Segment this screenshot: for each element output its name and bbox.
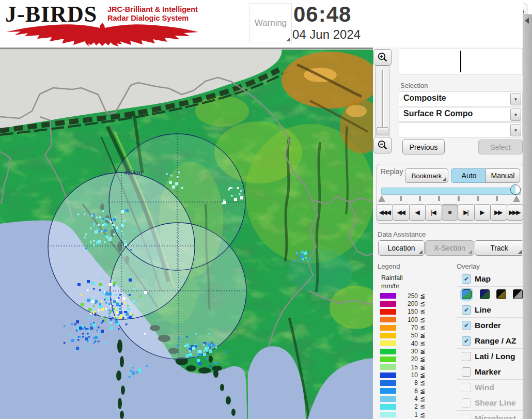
time-slider-track[interactable]	[381, 188, 521, 195]
forward-fast-button[interactable]: ▶▶▶	[507, 204, 523, 221]
lte-symbol: ≦	[420, 292, 425, 300]
overlay-label: Map	[475, 274, 491, 284]
legend-color-swatch	[380, 404, 396, 410]
legend-value: 20	[399, 355, 418, 363]
legend-row: 70≦	[380, 323, 438, 331]
legend-color-swatch	[380, 388, 396, 394]
lte-symbol: ≦	[420, 411, 425, 418]
text-display-box[interactable]	[399, 48, 523, 75]
overlay-item-border: ✔Border	[457, 317, 523, 333]
empty-dropdown[interactable]: ▼	[399, 122, 523, 137]
step-back-button[interactable]: ◀	[409, 204, 426, 221]
chevron-down-icon[interactable]: ▼	[510, 124, 521, 136]
slider-tick	[419, 196, 421, 201]
warning-button[interactable]: Warning	[249, 3, 292, 43]
map-style-swatch[interactable]	[496, 289, 506, 299]
overlay-section-label: Overlay	[457, 262, 480, 270]
checkbox[interactable]	[462, 367, 471, 377]
slider-tick	[477, 196, 479, 201]
slider-end-marker[interactable]	[513, 195, 520, 202]
side-panel-top	[373, 0, 523, 48]
lte-symbol: ≦	[420, 395, 425, 402]
legend-row: 2≦	[380, 403, 438, 411]
terrain-map-image: 450km	[0, 49, 373, 419]
legend-color-swatch	[380, 356, 396, 362]
dropdown-value: Composite	[403, 94, 446, 103]
legend-color-swatch	[380, 333, 396, 338]
bookmark-button[interactable]: Bookmark	[405, 168, 448, 183]
map-style-swatch[interactable]	[480, 289, 490, 299]
legend-row: 150≦	[380, 308, 438, 316]
overlay-item-wind: Wind	[457, 379, 523, 395]
legend-row: 4≦	[380, 395, 438, 402]
legend-row: 1≦	[380, 411, 438, 418]
legend-row: 20≦	[380, 355, 438, 363]
checkbox	[462, 414, 471, 419]
legend-row: 100≦	[380, 316, 438, 323]
track-button[interactable]: Track	[475, 240, 524, 256]
lte-symbol: ≦	[420, 364, 425, 371]
zoom-in-button[interactable]	[373, 49, 392, 66]
legend-color-swatch	[380, 364, 396, 370]
forward-button[interactable]: ▶▶	[490, 204, 507, 221]
legend-row: 200≦	[380, 300, 438, 307]
zoom-slider-thumb[interactable]	[377, 127, 388, 135]
location-button[interactable]: Location	[378, 240, 425, 256]
legend-row: 30≦	[380, 347, 438, 355]
overlay-label: Lati / Long	[475, 352, 515, 361]
checkbox[interactable]: ✔	[462, 336, 471, 346]
previous-button[interactable]: Previous	[402, 139, 445, 154]
legend-color-scale: 250≦200≦150≦100≦70≦50≦40≦30≦20≦15≦10≦8≦6…	[380, 292, 438, 419]
checkbox[interactable]: ✔	[462, 274, 471, 284]
checkbox[interactable]: ✔	[462, 321, 471, 330]
legend-value: 4	[399, 395, 418, 402]
legend-color-swatch	[380, 317, 396, 322]
range-ring-label: 450km	[124, 169, 142, 176]
zoom-slider[interactable]	[375, 66, 389, 137]
chevron-down-icon[interactable]: ▼	[510, 108, 521, 121]
skip-end-button[interactable]: ▶|	[458, 204, 474, 221]
rewind-button[interactable]: ◀◀	[393, 204, 409, 221]
auto-mode-button[interactable]: Auto	[451, 168, 487, 183]
map-style-swatch[interactable]	[462, 289, 472, 299]
xsection-button[interactable]: X-Section	[425, 240, 474, 256]
legend-color-swatch	[380, 309, 396, 315]
zoom-out-button[interactable]	[373, 137, 392, 153]
legend-value: 250	[399, 292, 418, 300]
checkbox[interactable]: ✔	[462, 305, 471, 315]
checkbox[interactable]	[462, 352, 471, 361]
divider	[0, 48, 391, 50]
stop-button[interactable]: ■	[442, 204, 458, 221]
lte-symbol: ≦	[420, 324, 425, 331]
lte-symbol: ≦	[420, 340, 425, 347]
rewind-fast-button[interactable]: ◀◀◀	[377, 204, 393, 221]
chevron-down-icon[interactable]: ▼	[510, 93, 521, 105]
composite-dropdown[interactable]: Composite ▼	[399, 91, 523, 106]
map-style-swatch[interactable]	[513, 289, 523, 299]
radar-map[interactable]: 450km	[0, 49, 373, 419]
lte-symbol: ≦	[420, 300, 425, 307]
select-button[interactable]: Select	[478, 139, 523, 154]
text-caret	[460, 51, 461, 72]
skip-start-button[interactable]: |◀	[425, 204, 442, 221]
manual-mode-button[interactable]: Manual	[486, 168, 520, 183]
checkbox	[462, 383, 471, 392]
slider-start-marker[interactable]	[378, 195, 385, 202]
legend-value: 15	[399, 364, 418, 371]
panel-collapse-bar[interactable]	[523, 14, 532, 419]
slider-tick	[458, 196, 460, 201]
overlay-item-lati-long: Lati / Long	[457, 348, 523, 364]
product-dropdown[interactable]: Surface R Compo ▼	[399, 107, 523, 122]
legend-color-swatch	[380, 325, 396, 331]
time-slider-thumb[interactable]	[510, 184, 521, 195]
play-button[interactable]: ▶	[474, 204, 491, 221]
legend-section-label: Legend	[378, 262, 400, 270]
legend-color-swatch	[380, 340, 396, 346]
checkbox	[462, 398, 471, 408]
legend-value: 150	[399, 308, 418, 315]
legend-value: 70	[399, 324, 418, 331]
legend-title: Rainfall	[381, 274, 403, 282]
legend-value: 50	[399, 332, 418, 339]
legend-value: 1	[399, 411, 418, 418]
eagle-logo-icon	[3, 22, 201, 46]
